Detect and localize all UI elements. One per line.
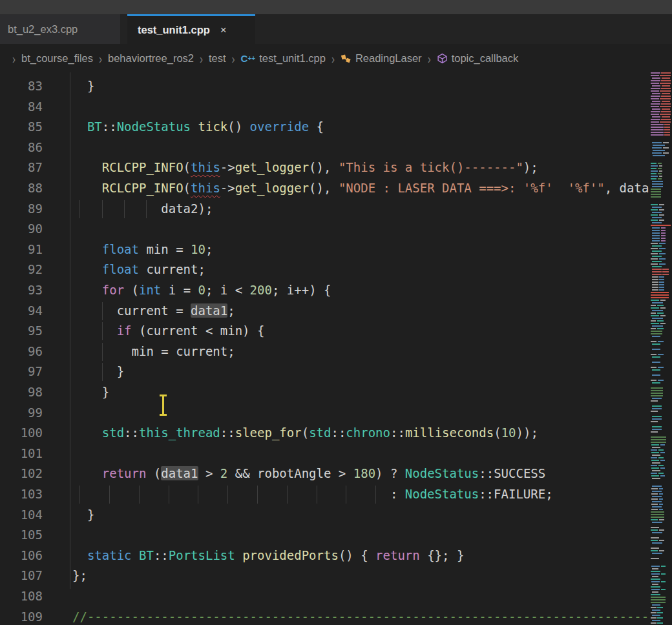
minimap-row bbox=[650, 491, 672, 492]
indent-guide bbox=[375, 486, 376, 504]
minimap-row bbox=[650, 320, 672, 322]
minimap-row bbox=[650, 532, 672, 533]
code-line: 109//-----------------------------------… bbox=[0, 607, 650, 625]
minimap-row bbox=[650, 83, 672, 84]
minimap-row bbox=[650, 220, 672, 221]
minimap-row bbox=[650, 426, 672, 427]
vscode-window: bt_u2_ex3.cpp test_unit1.cpp × › bt_cour… bbox=[0, 0, 672, 625]
minimap-row bbox=[650, 349, 672, 350]
indent-guide bbox=[257, 486, 258, 504]
minimap-row bbox=[650, 480, 672, 482]
minimap-row bbox=[650, 129, 672, 130]
minimap-row bbox=[650, 382, 672, 384]
minimap-row bbox=[650, 217, 672, 218]
minimap-row bbox=[650, 307, 672, 309]
minimap-row bbox=[650, 380, 672, 381]
code-line: 90 bbox=[0, 219, 650, 240]
minimap-row bbox=[650, 519, 672, 520]
minimap-row bbox=[650, 302, 672, 303]
minimap-row bbox=[650, 103, 672, 105]
minimap-row bbox=[650, 121, 672, 123]
minimap-row bbox=[650, 460, 672, 461]
minimap-row bbox=[650, 292, 672, 293]
line-number: 108 bbox=[0, 586, 43, 607]
minimap-row bbox=[650, 524, 672, 526]
minimap-row bbox=[650, 581, 672, 582]
minimap-row bbox=[650, 413, 672, 415]
line-number: 98 bbox=[0, 382, 43, 403]
minimap-row bbox=[650, 212, 672, 213]
minimap-row bbox=[650, 537, 672, 538]
minimap-row bbox=[650, 591, 672, 593]
minimap-row bbox=[650, 101, 672, 102]
minimap-row bbox=[650, 147, 672, 149]
minimap-row bbox=[650, 111, 672, 112]
minimap-row bbox=[650, 90, 672, 92]
breadcrumb-item-folder[interactable]: behaviortree_ros2 bbox=[108, 52, 194, 65]
tab-label: test_unit1.cpp bbox=[138, 24, 210, 36]
minimap-row bbox=[650, 338, 672, 340]
minimap-row bbox=[650, 139, 672, 141]
close-icon[interactable]: × bbox=[220, 24, 227, 37]
minimap-row bbox=[650, 597, 672, 598]
minimap-row bbox=[650, 106, 672, 107]
minimap-row bbox=[650, 506, 672, 507]
breadcrumb: › bt_course_files › behaviortree_ros2 › … bbox=[0, 44, 672, 72]
minimap-row bbox=[650, 356, 672, 358]
line-number: 84 bbox=[0, 97, 43, 118]
breadcrumb-item-class[interactable]: ReadingLaser bbox=[341, 52, 422, 65]
minimap-row bbox=[650, 258, 672, 260]
line-number: 91 bbox=[0, 240, 43, 260]
breadcrumb-item-symbol[interactable]: topic_callback bbox=[437, 52, 519, 65]
minimap-row bbox=[650, 170, 672, 172]
minimap-row bbox=[650, 289, 672, 291]
tab-test-unit1[interactable]: test_unit1.cpp × bbox=[127, 14, 255, 44]
minimap-row bbox=[650, 449, 672, 451]
code-line: 91 float min = 10; bbox=[0, 240, 650, 260]
minimap-row bbox=[650, 132, 672, 133]
code-line: 87 RCLCPP_INFO(this->get_logger(), "This… bbox=[0, 158, 650, 178]
minimap-row bbox=[650, 72, 672, 74]
minimap-row bbox=[650, 297, 672, 298]
minimap-row bbox=[650, 594, 672, 595]
minimap-row bbox=[650, 542, 672, 544]
code-editor[interactable]: 83 }8485 BT::NodeStatus tick() override … bbox=[0, 72, 650, 625]
minimap-row bbox=[650, 571, 672, 572]
line-number: 99 bbox=[0, 403, 43, 424]
breadcrumb-item-folder[interactable]: test bbox=[209, 52, 226, 65]
minimap-row bbox=[650, 160, 672, 161]
breadcrumb-item-file[interactable]: C++ test_unit1.cpp bbox=[241, 52, 326, 65]
code-line: 94 current = data1; bbox=[0, 301, 650, 322]
line-number: 86 bbox=[0, 138, 43, 158]
minimap-row bbox=[650, 114, 672, 115]
minimap-row bbox=[650, 310, 672, 311]
minimap-row bbox=[650, 364, 672, 365]
minimap-row bbox=[650, 222, 672, 223]
code-line: 104 } bbox=[0, 505, 650, 526]
line-number: 104 bbox=[0, 505, 43, 526]
code-line: 88 RCLCPP_INFO(this->get_logger(), "NODE… bbox=[0, 178, 650, 199]
indent-guide bbox=[317, 486, 317, 504]
minimap-row bbox=[650, 498, 672, 500]
minimap-row bbox=[650, 504, 672, 505]
minimap-row bbox=[650, 566, 672, 567]
minimap-row bbox=[650, 318, 672, 319]
minimap-row bbox=[650, 558, 672, 559]
minimap-row bbox=[650, 369, 672, 371]
minimap-row bbox=[650, 615, 672, 616]
minimap-row bbox=[650, 127, 672, 128]
minimap-row bbox=[650, 501, 672, 502]
minimap-row bbox=[650, 462, 672, 464]
breadcrumb-item-folder[interactable]: bt_course_files bbox=[21, 52, 93, 65]
minimap-row bbox=[650, 470, 672, 471]
minimap-row bbox=[650, 599, 672, 600]
minimap-row bbox=[650, 178, 672, 179]
minimap-row bbox=[650, 201, 672, 203]
minimap-row bbox=[650, 331, 672, 332]
minimap-row bbox=[650, 390, 672, 391]
minimap[interactable] bbox=[650, 72, 672, 625]
tab-bt-u2-ex3[interactable]: bt_u2_ex3.cpp bbox=[0, 14, 120, 44]
minimap-row bbox=[650, 274, 672, 275]
minimap-row bbox=[650, 617, 672, 619]
minimap-row bbox=[650, 514, 672, 515]
